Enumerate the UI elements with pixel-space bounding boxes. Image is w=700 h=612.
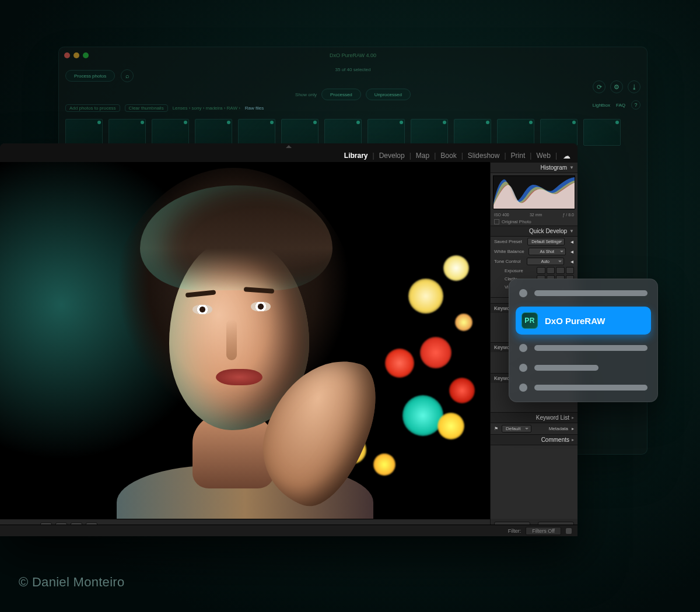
chevron-down-icon: ▼ xyxy=(569,165,574,170)
plugin-menu-item[interactable] xyxy=(516,381,651,394)
saved-preset-row: Saved Preset Default Settings ◂ xyxy=(491,237,578,247)
add-photos-button[interactable]: Add photos to process xyxy=(65,104,120,112)
panel-collapse-handle[interactable] xyxy=(0,143,578,149)
histogram-focal: 32 mm xyxy=(530,213,542,217)
zoom-icon[interactable] xyxy=(83,52,89,58)
thumbnail[interactable] xyxy=(540,119,578,146)
exposure-plus-button[interactable] xyxy=(566,267,575,274)
chevron-right-icon: ▸ xyxy=(572,415,574,420)
plugin-menu-item[interactable] xyxy=(516,342,651,354)
thumbnail[interactable] xyxy=(65,119,103,146)
exposure-minus-button[interactable] xyxy=(537,267,545,274)
histogram-graph[interactable] xyxy=(493,175,575,209)
photo-credit: © Daniel Monteiro xyxy=(19,575,125,590)
lock-icon[interactable] xyxy=(566,528,572,534)
plugin-menu-item[interactable] xyxy=(516,361,651,374)
bg-toolbar-right: ⟳ ⚙ ⭳ xyxy=(593,80,640,93)
plugin-label-placeholder xyxy=(534,290,648,296)
refresh-icon[interactable]: ⟳ xyxy=(593,80,606,93)
bg-filterbar: Show only Processed Unprocessed xyxy=(58,87,648,101)
bg-breadcrumb: Add photos to process Clear thumbnails L… xyxy=(58,101,648,114)
thumbnail[interactable] xyxy=(411,119,448,146)
thumbnail[interactable] xyxy=(238,119,275,146)
plugin-icon-placeholder xyxy=(519,344,527,352)
faq-link[interactable]: FAQ xyxy=(616,103,625,108)
process-photos-button[interactable]: Process photos xyxy=(65,70,115,82)
exposure-minus-small-button[interactable] xyxy=(547,267,555,274)
plugin-icon-placeholder xyxy=(519,289,527,297)
histogram-aperture: ƒ / 8.0 xyxy=(563,213,574,217)
tab-print[interactable]: Print xyxy=(510,152,527,160)
checkbox-icon[interactable] xyxy=(494,219,499,224)
thumbnail[interactable] xyxy=(583,119,621,146)
metadata-title[interactable]: Metadata xyxy=(549,426,568,431)
lightroom-window: Library| Develop| Map| Book| Slideshow| … xyxy=(0,143,578,534)
dxo-pureraw-label: DxO PureRAW xyxy=(545,316,605,326)
thumbnail[interactable] xyxy=(281,119,318,146)
disclosure-arrow-icon[interactable]: ◂ xyxy=(570,258,574,265)
disclosure-arrow-icon[interactable]: ◂ xyxy=(570,248,574,255)
histogram-iso: ISO 400 xyxy=(494,213,509,217)
tab-library[interactable]: Library xyxy=(343,152,369,160)
search-icon[interactable]: ⌕ xyxy=(121,69,134,82)
tone-auto-button[interactable]: Auto xyxy=(527,258,564,265)
chevron-down-icon: ▼ xyxy=(569,228,574,234)
exposure-plus-small-button[interactable] xyxy=(556,267,565,274)
clear-thumbnails-button[interactable]: Clear thumbnails xyxy=(125,104,168,112)
tone-control-row: Tone Control Auto ◂ xyxy=(491,256,578,266)
export-icon[interactable]: ⭳ xyxy=(628,80,640,93)
filter-unprocessed-button[interactable]: Unprocessed xyxy=(366,89,411,100)
thumbnail[interactable] xyxy=(324,119,362,146)
thumbnail[interactable] xyxy=(454,119,491,146)
close-icon[interactable] xyxy=(64,52,70,58)
breadcrumb-path[interactable]: Lenses › sony › madeira › RAW › xyxy=(173,105,240,111)
original-photo-toggle[interactable]: Original Photo xyxy=(491,218,578,226)
plugin-icon-placeholder xyxy=(519,364,527,372)
bg-right-links: Lightbox FAQ ? xyxy=(593,100,640,110)
disclosure-arrow-icon[interactable]: ◂ xyxy=(570,238,574,245)
metadata-preset-select[interactable]: Default xyxy=(502,425,531,432)
exposure-row: Exposure xyxy=(491,266,578,275)
plugin-label-placeholder xyxy=(534,345,648,351)
quick-develop-header[interactable]: Quick Develop ▼ xyxy=(491,226,578,237)
chevron-right-icon: ▸ xyxy=(572,426,574,431)
help-icon[interactable]: ? xyxy=(631,100,640,110)
bg-selection-count: 35 of 40 selected xyxy=(335,67,371,72)
plugin-label-placeholder xyxy=(534,385,648,391)
filters-off-select[interactable]: Filters Off xyxy=(526,527,561,535)
thumbnail[interactable] xyxy=(152,119,189,146)
breadcrumb-current: Raw files xyxy=(245,105,264,111)
thumbnail[interactable] xyxy=(108,119,146,146)
comments-header[interactable]: Comments ▸ xyxy=(491,434,578,445)
minimize-icon[interactable] xyxy=(74,52,79,58)
saved-preset-select[interactable]: Default Settings xyxy=(527,238,565,245)
lightbox-link[interactable]: Lightbox xyxy=(593,103,610,108)
histogram-panel-header[interactable]: Histogram ▼ xyxy=(491,162,578,173)
filter-processed-button[interactable]: Processed xyxy=(321,89,361,100)
chevron-right-icon: ▸ xyxy=(572,437,574,442)
cloud-sync-icon[interactable]: ☁ xyxy=(563,152,570,160)
white-balance-select[interactable]: As Shot xyxy=(528,248,566,255)
quick-develop-title: Quick Develop xyxy=(529,228,567,234)
bg-window-title: DxO PureRAW 4.00 xyxy=(330,52,376,58)
tag-icon[interactable]: ⚑ xyxy=(494,426,498,431)
library-filter-bar: Filter: Filters Off xyxy=(0,525,578,536)
tab-book[interactable]: Book xyxy=(439,152,457,160)
tab-web[interactable]: Web xyxy=(535,152,551,160)
histogram-footer: ISO 400 32 mm ƒ / 8.0 xyxy=(491,212,578,218)
tab-slideshow[interactable]: Slideshow xyxy=(467,152,501,160)
plugin-menu-popup: PR DxO PureRAW xyxy=(509,279,658,402)
thumbnail[interactable] xyxy=(368,119,405,146)
thumbnail[interactable] xyxy=(497,119,534,146)
keyword-list-header[interactable]: Keyword List ▸ xyxy=(491,412,578,423)
image-viewer[interactable] xyxy=(0,162,490,519)
settings-icon[interactable]: ⚙ xyxy=(610,80,623,93)
tab-develop[interactable]: Develop xyxy=(378,152,406,160)
metadata-row: ⚑ Default Metadata ▸ xyxy=(491,423,578,434)
tab-map[interactable]: Map xyxy=(415,152,430,160)
plugin-menu-item-dxo-pureraw[interactable]: PR DxO PureRAW xyxy=(516,307,651,335)
thumbnail[interactable] xyxy=(195,119,232,146)
window-traffic-lights[interactable] xyxy=(64,52,89,58)
filter-label: Filter: xyxy=(508,528,522,534)
plugin-menu-item[interactable] xyxy=(516,287,651,300)
